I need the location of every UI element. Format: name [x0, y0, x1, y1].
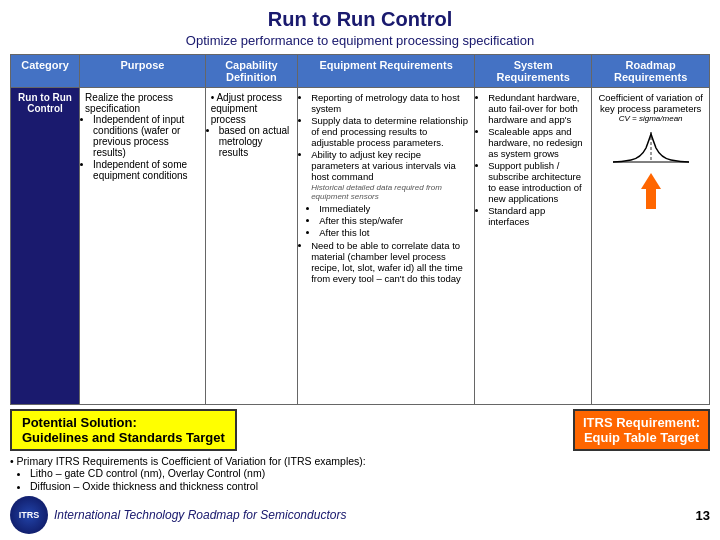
equip-bullet-2: Supply data to determine relationship of…: [311, 115, 469, 148]
cv-label: CV = sigma/mean: [619, 114, 683, 123]
header-roadmap: Roadmap Requirements: [592, 55, 710, 88]
arrow-container: [641, 173, 661, 209]
equip-bullet-4: Need to be able to correlate data to mat…: [311, 240, 469, 284]
header-purpose: Purpose: [80, 55, 206, 88]
cv-diagram: [611, 130, 691, 166]
equipment-bullets: Reporting of metrology data to host syst…: [311, 92, 469, 182]
system-bullet-2: Scaleable apps and hardware, no redesign…: [488, 126, 586, 159]
page-subtitle: Optimize performance to equipment proces…: [10, 33, 710, 48]
capability-bullet-1: based on actual metrology results: [219, 125, 292, 158]
cell-purpose: Realize the process specification Indepe…: [80, 88, 206, 405]
equip-sub-1: Immediately: [319, 203, 469, 214]
header-system: System Requirements: [475, 55, 592, 88]
equip-sub-2: After this step/wafer: [319, 215, 469, 226]
itrs-requirement-box: ITRS Requirement: Equip Table Target: [573, 409, 710, 451]
roadmap-content: Coefficient of variation of key process …: [597, 92, 704, 209]
sub-bullet-1: Litho – gate CD control (nm), Overlay Co…: [30, 467, 366, 479]
table-row: Run to Run Control Realize the process s…: [11, 88, 710, 405]
cell-category: Run to Run Control: [11, 88, 80, 405]
arrow-up-icon: [641, 173, 661, 189]
main-table: Category Purpose Capability Definition E…: [10, 54, 710, 405]
system-bullet-4: Standard app interfaces: [488, 205, 586, 227]
sub-bullets: Litho – gate CD control (nm), Overlay Co…: [30, 467, 366, 492]
bottom-bullets: • Primary ITRS Requirements is Coefficie…: [10, 455, 366, 493]
equip-bullet-1: Reporting of metrology data to host syst…: [311, 92, 469, 114]
system-bullet-3: Support publish / subscribe architecture…: [488, 160, 586, 204]
equip-bullet-3: Ability to adjust key recipe parameters …: [311, 149, 469, 182]
capability-bullets: based on actual metrology results: [219, 125, 292, 158]
equip-note-reporting: Historical detailed data required from e…: [311, 183, 469, 201]
purpose-bullet-2: Independent of some equipment conditions: [93, 159, 200, 181]
purpose-bullet-1: Independent of input conditions (wafer o…: [93, 114, 200, 158]
itrs-req-line1: ITRS Requirement:: [583, 415, 700, 430]
left-bottom: Potential Solution: Guidelines and Stand…: [10, 409, 366, 493]
system-bullets: Redundant hardware, auto fail-over for b…: [488, 92, 586, 227]
bottom-section: Potential Solution: Guidelines and Stand…: [10, 409, 710, 493]
equip-sub-3: After this lot: [319, 227, 469, 238]
page: Run to Run Control Optimize performance …: [0, 0, 720, 540]
header-equipment: Equipment Requirements: [298, 55, 475, 88]
equip-sub-adjust: Immediately After this step/wafer After …: [319, 203, 469, 238]
capability-intro: • Adjust process equipment process: [211, 92, 282, 125]
header-category: Category: [11, 55, 80, 88]
equip-bullet-4-wrap: Need to be able to correlate data to mat…: [311, 240, 469, 284]
potential-itrs-row: Potential Solution: Guidelines and Stand…: [10, 409, 366, 451]
primary-bullet: • Primary ITRS Requirements is Coefficie…: [10, 455, 366, 467]
cell-equipment: Reporting of metrology data to host syst…: [298, 88, 475, 405]
sub-bullet-2: Diffusion – Oxide thickness and thicknes…: [30, 480, 366, 492]
page-number: 13: [696, 508, 710, 523]
itrs-footer-text: International Technology Roadmap for Sem…: [54, 508, 346, 522]
purpose-main: Realize the process specification: [85, 92, 173, 114]
itrs-footer: ITRS International Technology Roadmap fo…: [10, 496, 710, 534]
itrs-logo-text: ITRS: [19, 510, 40, 520]
system-bullet-1: Redundant hardware, auto fail-over for b…: [488, 92, 586, 125]
cell-system: Redundant hardware, auto fail-over for b…: [475, 88, 592, 405]
header-capability: Capability Definition: [205, 55, 297, 88]
potential-solution-box: Potential Solution: Guidelines and Stand…: [10, 409, 237, 451]
cell-roadmap: Coefficient of variation of key process …: [592, 88, 710, 405]
cell-capability: • Adjust process equipment process based…: [205, 88, 297, 405]
itrs-req-line2: Equip Table Target: [583, 430, 700, 445]
potential-solution-line2: Guidelines and Standards Target: [22, 430, 225, 445]
arrow-shaft: [646, 189, 656, 209]
potential-solution-line1: Potential Solution:: [22, 415, 225, 430]
page-title: Run to Run Control: [10, 8, 710, 31]
purpose-bullets: Independent of input conditions (wafer o…: [93, 114, 200, 181]
roadmap-text: Coefficient of variation of key process …: [597, 92, 704, 114]
itrs-logo: ITRS: [10, 496, 48, 534]
